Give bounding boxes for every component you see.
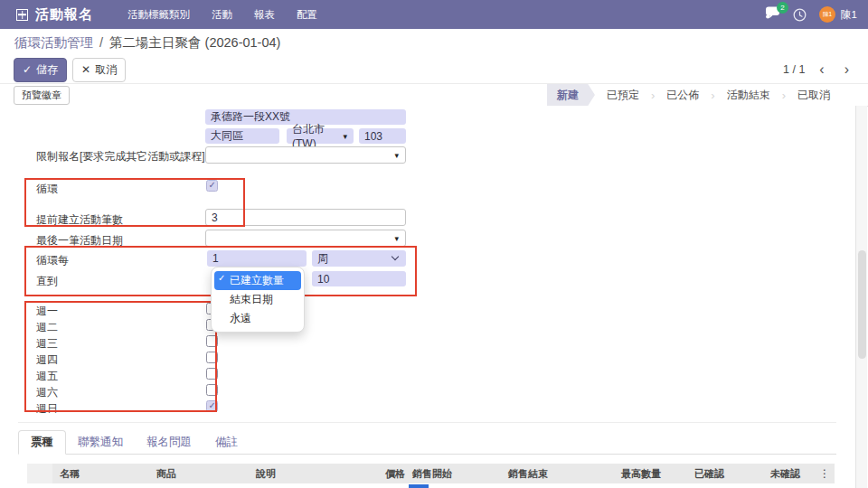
breadcrumb-current: 第二場主日聚會 (2026-01-04) — [109, 34, 280, 52]
messages-button[interactable]: 2 — [765, 6, 780, 23]
district-input[interactable] — [205, 128, 279, 144]
column-price[interactable]: 價格 — [385, 464, 405, 483]
tab-ticket-types[interactable]: 票種 — [18, 430, 66, 455]
activity-clock-icon[interactable] — [793, 8, 807, 22]
recurrence-checkbox[interactable] — [206, 180, 218, 192]
row-handle-column — [27, 464, 52, 483]
caret-down-icon: ▾ — [394, 151, 399, 160]
column-max-quantity[interactable]: 最高數量 — [621, 464, 661, 483]
main-menu: 活動標籤類別 活動 報表 配置 — [118, 5, 326, 25]
user-name: 陳1 — [841, 8, 857, 22]
state-booked[interactable]: 已預定 — [595, 85, 651, 106]
weekday-fri-label: 週五 — [36, 369, 58, 384]
section-divider — [18, 422, 836, 423]
column-sales-start[interactable]: 銷售開始 — [412, 464, 452, 483]
menu-event-tag-category[interactable]: 活動標籤類別 — [118, 5, 199, 25]
caret-down-icon: ▾ — [394, 234, 399, 243]
dropdown-option-created-count[interactable]: ✓ 已建立數量 — [214, 271, 301, 290]
weekday-fri-checkbox[interactable] — [206, 368, 218, 380]
create-count-label: 提前建立活動筆數 — [36, 212, 123, 228]
column-product[interactable]: 商品 — [156, 464, 176, 483]
state-announced[interactable]: 已公佈 — [655, 85, 711, 106]
message-count-badge: 2 — [777, 2, 788, 14]
restrict-registration-label: 限制報名[要求完成其它活動或課程] — [36, 149, 205, 164]
breadcrumb: 循環活動管理 / 第二場主日聚會 (2026-01-04) — [0, 29, 868, 56]
save-button[interactable]: ✓ 儲存 — [14, 58, 67, 82]
until-type-dropdown: ✓ 已建立數量 結束日期 永遠 — [211, 267, 305, 333]
repeat-unit-value: 周 — [317, 251, 328, 267]
until-count-input[interactable] — [312, 271, 406, 286]
pager-previous-button[interactable]: ‹ — [814, 61, 829, 78]
dropdown-option-forever[interactable]: 永遠 — [214, 309, 301, 328]
weekday-sun-label: 週日 — [36, 401, 58, 417]
form-sheet: 台北市 (TW) ▾ 限制報名[要求完成其它活動或課程] ▾ 循環 提前建立活動… — [0, 106, 855, 488]
pager: 1 / 1 ‹ › — [783, 61, 854, 78]
tab-communication[interactable]: 聯繫通知 — [66, 431, 135, 454]
state-ended[interactable]: 活動結束 — [715, 85, 782, 106]
repeat-every-input[interactable] — [207, 250, 307, 267]
dropdown-option-label: 已建立數量 — [230, 274, 284, 286]
weekday-wed-label: 週三 — [36, 336, 58, 352]
row-focus-indicator — [409, 484, 429, 488]
cancel-button[interactable]: ✕ 取消 — [72, 58, 126, 82]
chevron-down-icon — [392, 253, 399, 260]
app-title: 活動報名 — [35, 6, 93, 23]
caret-down-icon: ▾ — [343, 132, 347, 141]
weekday-wed-checkbox[interactable] — [206, 335, 218, 347]
repeat-unit-select[interactable]: 周 — [312, 250, 406, 267]
restrict-registration-select[interactable]: ▾ — [205, 146, 406, 164]
weekday-sat-label: 週六 — [36, 385, 58, 400]
tab-notes[interactable]: 備註 — [203, 431, 250, 454]
apps-grid-icon[interactable] — [16, 9, 28, 21]
pager-next-button[interactable]: › — [839, 61, 854, 78]
scrollbar-thumb[interactable] — [858, 250, 866, 359]
menu-reports[interactable]: 報表 — [245, 5, 284, 25]
close-icon: ✕ — [81, 63, 90, 76]
vertical-scrollbar[interactable] — [855, 106, 867, 488]
weekday-thu-label: 週四 — [36, 352, 58, 368]
user-avatar: 陳1 — [819, 6, 835, 23]
state-new[interactable]: 新建 — [547, 84, 595, 107]
dropdown-option-label: 結束日期 — [230, 293, 273, 305]
column-sales-end[interactable]: 銷售結束 — [508, 464, 548, 483]
dropdown-option-label: 永遠 — [230, 312, 251, 324]
user-menu[interactable]: 陳1 陳1 — [819, 6, 857, 23]
check-icon: ✓ — [23, 63, 32, 76]
pager-value: 1 / 1 — [783, 63, 805, 76]
statusbar: 預覽徽章 新建 已預定 › 已公佈 › 活動結束 › 已取消 — [0, 84, 868, 107]
until-label: 直到 — [36, 274, 58, 289]
recurrence-label: 循環 — [36, 182, 58, 197]
weekday-thu-checkbox[interactable] — [206, 352, 218, 363]
save-label: 儲存 — [36, 62, 58, 78]
cancel-label: 取消 — [95, 62, 117, 78]
control-panel: ✓ 儲存 ✕ 取消 1 / 1 ‹ › — [0, 56, 868, 84]
optional-columns-icon[interactable]: ⋮ — [819, 464, 830, 483]
notebook-tabs: 票種 聯繫通知 報名問題 備註 — [18, 433, 836, 455]
menu-configuration[interactable]: 配置 — [288, 5, 326, 25]
column-name[interactable]: 名稱 — [60, 464, 80, 483]
breadcrumb-separator: / — [99, 35, 103, 50]
zip-input[interactable] — [359, 128, 406, 144]
last-event-date-label: 最後一筆活動日期 — [36, 233, 123, 249]
weekday-sun-checkbox[interactable] — [206, 400, 218, 412]
column-confirmed[interactable]: 已確認 — [694, 464, 724, 483]
last-event-date-select[interactable]: ▾ — [205, 230, 406, 247]
state-cancelled[interactable]: 已取消 — [786, 85, 842, 106]
weekday-sat-checkbox[interactable] — [206, 384, 218, 396]
top-navbar: 活動報名 活動標籤類別 活動 報表 配置 2 陳1 陳1 — [0, 0, 868, 29]
create-count-input[interactable] — [205, 209, 406, 226]
repeat-every-label: 循環每 — [36, 253, 69, 268]
preview-badge-button[interactable]: 預覽徽章 — [14, 86, 70, 105]
navbar-right: 2 陳1 陳1 — [765, 6, 857, 23]
check-icon: ✓ — [218, 273, 225, 283]
breadcrumb-parent-link[interactable]: 循環活動管理 — [14, 34, 93, 52]
state-pipeline: 新建 已預定 › 已公佈 › 活動結束 › 已取消 — [547, 84, 842, 106]
weekday-tue-label: 週二 — [36, 320, 58, 335]
menu-events[interactable]: 活動 — [203, 5, 241, 25]
dropdown-option-end-date[interactable]: 結束日期 — [214, 290, 301, 309]
state-select[interactable]: 台北市 (TW) ▾ — [287, 128, 354, 144]
event-form-page: 活動報名 活動標籤類別 活動 報表 配置 2 陳1 陳1 — [0, 0, 868, 488]
column-unconfirmed[interactable]: 未確認 — [770, 464, 800, 483]
column-description[interactable]: 說明 — [256, 464, 276, 483]
tab-questions[interactable]: 報名問題 — [135, 431, 203, 454]
